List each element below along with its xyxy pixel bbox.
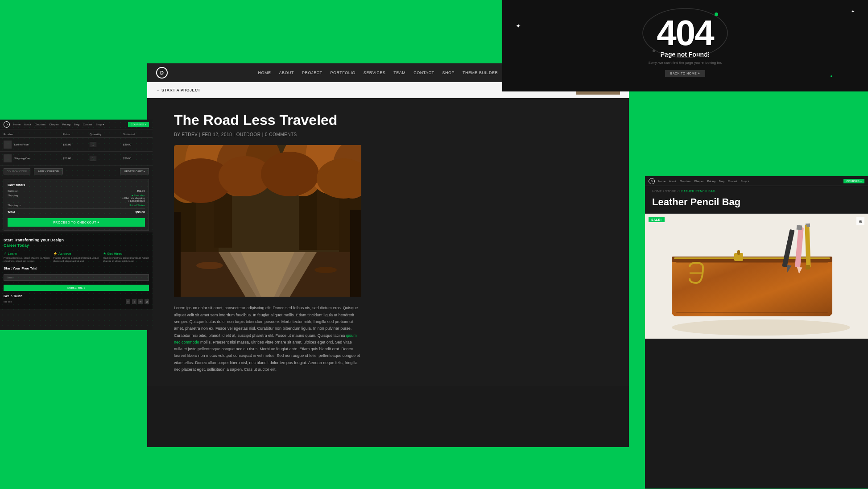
svg-rect-38 bbox=[676, 312, 828, 313]
blog-title: The Road Less Traveled bbox=[174, 112, 602, 128]
achieve-icon: ⚡ Achieve bbox=[53, 252, 99, 256]
blog-body-text: Lorem ipsum dolor sit amet, consectetur … bbox=[174, 305, 361, 373]
brp-nav-shop[interactable]: Shop ▾ bbox=[740, 179, 749, 182]
left-panel: D Home About Chapters Chapter Pricing Bl… bbox=[0, 120, 153, 330]
product-price-1: $39.00 bbox=[59, 138, 86, 152]
shipping-label: Shipping bbox=[8, 194, 18, 202]
nav-link-services[interactable]: SERVICES bbox=[364, 70, 385, 75]
lp-nav-home[interactable]: Home bbox=[13, 123, 21, 126]
shipping-to-row: Shipping to United States bbox=[8, 204, 145, 207]
start-project-link[interactable]: → START A PROJECT bbox=[156, 88, 200, 92]
nav-link-about[interactable]: ABOUT bbox=[279, 70, 294, 75]
lp-feature-hired: ★ Get Hired Practica pharetra a, aliquet… bbox=[103, 252, 149, 263]
error-404-number: 404 bbox=[648, 15, 722, 51]
facebook-icon[interactable]: f bbox=[126, 299, 130, 304]
subtotal-value: $59.00 bbox=[137, 190, 145, 192]
nav-link-project[interactable]: PROJECT bbox=[302, 70, 322, 75]
breadcrumb-current: LEATHER PENCIL BAG bbox=[679, 190, 715, 193]
page-not-found-subtitle: Sorry, we can't find the page you're loo… bbox=[648, 61, 722, 65]
product-thumb-2 bbox=[4, 154, 12, 162]
cart-totals: Cart totals Subtotal $59.00 Shipping ● F… bbox=[4, 179, 149, 231]
linkedin-icon[interactable]: in bbox=[138, 299, 143, 304]
shipping-to-value: United States bbox=[129, 204, 145, 207]
brp-nav-pricing[interactable]: Pricing bbox=[707, 180, 715, 182]
lp-nav-chapter[interactable]: Chapter bbox=[49, 123, 58, 126]
product-subtotal-2: $20.00 bbox=[120, 152, 153, 166]
svg-point-28 bbox=[653, 50, 655, 52]
cart-col-subtotal: Subtotal bbox=[120, 131, 153, 138]
lp-bottom-title: Start Transforming your DesignCareer Tod… bbox=[4, 238, 149, 248]
nav-link-portfolio[interactable]: PORTFOLIO bbox=[330, 70, 355, 75]
product-breadcrumb: HOME / STORE / LEATHER PENCIL BAG bbox=[645, 186, 868, 196]
svg-rect-36 bbox=[737, 250, 740, 255]
nav-link-shop[interactable]: SHOP bbox=[442, 70, 455, 75]
brp-nav-about[interactable]: About bbox=[669, 180, 676, 182]
qty-input-1[interactable]: 1 bbox=[90, 142, 96, 147]
cart-col-quantity: Quantity bbox=[86, 131, 120, 138]
hired-icon: ★ Get Hired bbox=[103, 252, 149, 256]
lp-nav-chapters[interactable]: Chapters bbox=[35, 123, 45, 126]
sale-badge: SALE! bbox=[649, 217, 665, 222]
product-name-2: Shipping Cart bbox=[14, 157, 30, 160]
svg-rect-41 bbox=[797, 225, 802, 230]
subscribe-button[interactable]: SUBSCRIBE + bbox=[4, 285, 149, 291]
totals-subtotal-row: Subtotal $59.00 bbox=[8, 190, 145, 192]
svg-point-22 bbox=[196, 262, 223, 269]
twitter-icon[interactable]: t bbox=[132, 299, 136, 304]
product-image: SALE! ⊕ bbox=[645, 214, 868, 339]
free-trial-email-input[interactable] bbox=[4, 274, 149, 281]
star-bottom-icon: ● bbox=[830, 74, 832, 78]
lp-nav-logo: D bbox=[4, 121, 10, 128]
svg-rect-24 bbox=[174, 212, 181, 297]
brp-nav-chapters[interactable]: Chapters bbox=[680, 180, 690, 182]
lp-nav-shop[interactable]: Shop ▾ bbox=[95, 123, 104, 126]
apply-coupon-button[interactable]: APPLY COUPON bbox=[34, 168, 63, 174]
brp-nav-cta[interactable]: COURSES + bbox=[843, 179, 864, 183]
nav-link-theme-builder[interactable]: THEME BUILDER bbox=[463, 70, 498, 75]
cart-actions: APPLY COUPON UPDATE CART + bbox=[0, 166, 153, 177]
get-in-touch-title: Get in Touch bbox=[4, 294, 149, 298]
free-trial-title: Start Your Free Trial bbox=[4, 266, 149, 270]
brp-nav-chapter[interactable]: Chapter bbox=[694, 180, 703, 182]
back-to-home-button[interactable]: BACK TO HOME + bbox=[665, 70, 705, 77]
table-row: Lorem Price $39.00 1 $39.00 bbox=[0, 138, 153, 152]
brp-nav-blog[interactable]: Blog bbox=[719, 180, 724, 182]
lp-nav-blog[interactable]: Blog bbox=[74, 123, 79, 126]
youtube-icon[interactable]: yt bbox=[145, 299, 149, 304]
blog-highlight: ipsum nec commodo bbox=[174, 333, 357, 344]
table-row: Shipping Cart $20.00 1 $20.00 bbox=[0, 152, 153, 166]
error-code-text: 404 bbox=[657, 15, 713, 51]
qty-input-2[interactable]: 1 bbox=[90, 156, 96, 161]
lp-nav-contact[interactable]: Contact bbox=[83, 123, 92, 126]
star-left-icon: ✦ bbox=[516, 22, 521, 29]
learn-icon: ✓ Learn bbox=[4, 252, 50, 256]
product-name-1: Lorem Price bbox=[14, 143, 29, 146]
svg-point-16 bbox=[261, 152, 319, 196]
cart-col-product: Product bbox=[0, 131, 59, 138]
lp-bottom-section: Start Transforming your DesignCareer Tod… bbox=[0, 232, 153, 309]
left-panel-nav: D Home About Chapters Chapter Pricing Bl… bbox=[0, 120, 153, 129]
update-cart-button[interactable]: UPDATE CART + bbox=[120, 168, 149, 174]
center-nav-logo: D bbox=[156, 67, 168, 79]
coupon-input[interactable] bbox=[4, 168, 30, 174]
star-right-icon: ✦ bbox=[851, 9, 855, 14]
totals-total-row: Total $59.00 bbox=[8, 211, 145, 214]
hired-text: Practica pharetra a, aliquet pharetra id… bbox=[103, 257, 149, 263]
brp-nav-contact[interactable]: Contact bbox=[728, 180, 737, 182]
checkout-button[interactable]: PROCEED TO CHECKOUT + bbox=[8, 218, 145, 227]
nav-link-home[interactable]: HOME bbox=[258, 70, 271, 75]
svg-point-23 bbox=[314, 267, 337, 273]
zoom-icon[interactable]: ⊕ bbox=[856, 217, 864, 225]
lp-nav-pricing[interactable]: Pricing bbox=[62, 123, 70, 126]
lp-nav-cta[interactable]: COURSES + bbox=[128, 122, 149, 127]
lp-nav-about[interactable]: About bbox=[24, 123, 31, 126]
product-price-2: $20.00 bbox=[59, 152, 86, 166]
nav-link-contact[interactable]: CONTACT bbox=[413, 70, 434, 75]
achieve-text: Practica pharetra a, aliquet pharetra id… bbox=[53, 257, 99, 263]
nav-link-team[interactable]: TEAM bbox=[393, 70, 405, 75]
total-label: Total bbox=[8, 211, 15, 214]
brp-nav-home[interactable]: Home bbox=[658, 180, 665, 182]
social-icons-group: f t in yt bbox=[126, 299, 149, 304]
total-value: $59.00 bbox=[136, 211, 145, 214]
subtotal-label: Subtotal bbox=[8, 190, 17, 192]
